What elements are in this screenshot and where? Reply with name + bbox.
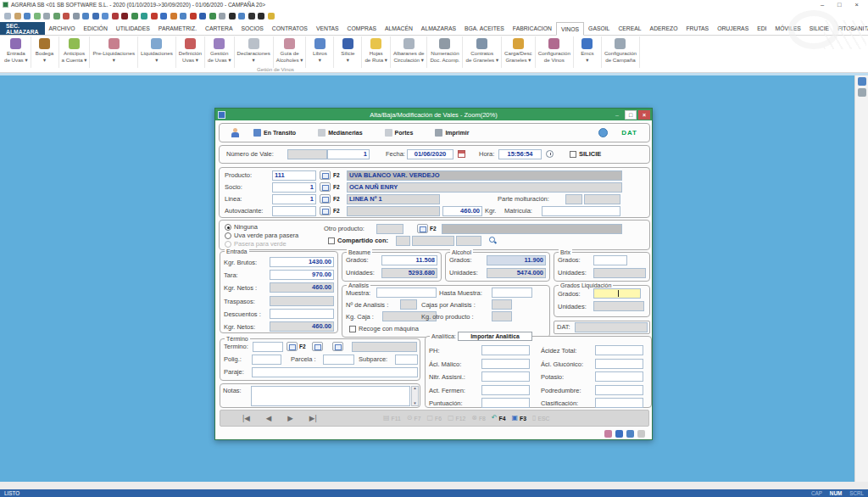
quick-icon[interactable] (112, 13, 119, 20)
quick-icon[interactable] (102, 13, 108, 20)
notas-textarea[interactable] (251, 386, 410, 406)
fecha-field[interactable]: 01/06/2020 (407, 149, 453, 159)
compartido-name-field[interactable] (412, 236, 454, 246)
compartido-extra-field[interactable] (456, 236, 481, 246)
quick-icon[interactable] (141, 13, 147, 20)
ribbon-item[interactable]: Bodega ▾ (31, 36, 59, 68)
fkey-button[interactable]: ▢ F12 (448, 415, 465, 422)
dialog-toolbar-button[interactable]: En Transito (253, 129, 296, 137)
menu-tab[interactable]: ARCHIVO (45, 22, 80, 35)
ribbon-item[interactable]: Carga/Desc Graneles ▾ (502, 36, 536, 68)
quick-icon[interactable] (43, 13, 50, 20)
numero-vale-field[interactable]: 1 (327, 149, 370, 159)
kg-otro-field[interactable] (492, 311, 512, 321)
termino-lookup-button-3[interactable] (332, 342, 343, 351)
termino-field[interactable] (253, 342, 283, 352)
dialog-title-bar[interactable]: Alta/Baja/Modificación de Vales - Zoom(2… (215, 109, 652, 120)
entrada-row-field[interactable] (270, 309, 334, 319)
ribbon-item[interactable]: Definición Uvas ▾ (176, 36, 205, 68)
otro-producto-lookup-button[interactable] (417, 224, 428, 233)
dialog-close-button[interactable]: × (638, 110, 650, 120)
fkey-button[interactable]: ▣ F3 (511, 415, 526, 422)
alcohol-unidades-field[interactable]: 5474.000 (487, 268, 546, 278)
termino-lookup-button[interactable] (287, 342, 298, 351)
menu-tab[interactable]: ALMACÉN (381, 22, 417, 35)
menu-tab[interactable]: PARAMETRIZ. (154, 22, 201, 35)
matricula-field[interactable] (542, 206, 620, 216)
quick-icon[interactable] (170, 13, 177, 20)
quick-icon[interactable] (238, 13, 245, 20)
menu-tab[interactable]: CEREAL (614, 22, 645, 35)
analitica-row-field[interactable] (481, 398, 530, 408)
entrada-row-field[interactable]: 1430.00 (270, 257, 334, 267)
termino-lookup-button-2[interactable] (312, 342, 323, 351)
ribbon-item[interactable]: Pre-Liquidaciones ▾ (90, 36, 138, 68)
quick-icon[interactable] (258, 13, 264, 20)
entrada-row-field[interactable]: 460.00 (270, 321, 334, 332)
dialog-maximize-button[interactable]: □ (625, 110, 637, 120)
record-nav-arrow[interactable]: |◀ (242, 410, 250, 426)
share-icon[interactable] (604, 430, 612, 438)
quick-icon[interactable] (4, 13, 11, 20)
entrada-row-field[interactable] (270, 296, 334, 306)
analitica-row-field[interactable] (481, 345, 530, 355)
maximize-button[interactable]: □ (837, 1, 842, 8)
ribbon-item[interactable]: Libros ▾ (306, 36, 334, 68)
record-nav-arrow[interactable]: ▶ (287, 410, 293, 426)
uva-verde-radio[interactable] (225, 232, 231, 239)
producto-lookup-button[interactable] (320, 170, 331, 180)
minimize-button[interactable]: – (821, 1, 824, 8)
socio-lookup-button[interactable] (320, 182, 331, 192)
quick-icon[interactable] (268, 13, 275, 20)
fkey-button[interactable]: ↶ F4 (492, 415, 506, 422)
cajas-analisis-field[interactable] (492, 299, 512, 310)
muestra-field[interactable] (376, 288, 437, 298)
compartido-checkbox[interactable] (328, 237, 335, 244)
hora-field[interactable]: 15:56:54 (498, 149, 542, 159)
recoge-checkbox[interactable] (349, 326, 356, 332)
quick-icon[interactable] (53, 13, 60, 20)
menu-tab[interactable]: UTILIDADES (112, 22, 154, 35)
ninguna-radio[interactable] (225, 224, 231, 231)
ribbon-item[interactable]: Numeración Doc. Acomp. (427, 36, 463, 68)
dialog-toolbar-button[interactable]: Medianerias (318, 129, 362, 137)
ribbon-item[interactable]: Configuración de Vinos (536, 36, 574, 68)
subparce-field[interactable] (395, 355, 418, 365)
quick-icon[interactable] (82, 13, 89, 20)
hasta-muestra-field[interactable] (492, 288, 532, 298)
analitica-row-field[interactable] (481, 371, 530, 382)
dialog-toolbar-button[interactable]: Portes (385, 129, 414, 137)
brix-grados-field[interactable] (593, 255, 627, 265)
socio-code-field[interactable]: 1 (272, 182, 316, 193)
quick-icon[interactable] (63, 13, 70, 20)
quick-icon[interactable] (151, 13, 158, 20)
menu-tab[interactable]: CARTERA (201, 22, 236, 35)
print-preview-icon[interactable] (598, 128, 608, 137)
ribbon-item[interactable]: Gestión de Uvas ▾ (205, 36, 235, 68)
ribbon-item[interactable]: Hojas de Ruta ▾ (362, 36, 391, 68)
menu-tab[interactable]: SOCIOS (236, 22, 267, 35)
record-nav-arrow[interactable]: ◀ (266, 410, 272, 426)
analitica-row-field[interactable] (595, 385, 643, 395)
search-icon[interactable] (489, 237, 497, 244)
menu-tab[interactable]: EDI (753, 22, 771, 35)
termino-name-field[interactable] (352, 342, 417, 352)
quick-icon[interactable] (180, 13, 186, 20)
producto-name-field[interactable]: UVA BLANCO VAR. VERDEJO (347, 170, 622, 181)
otro-producto-code-field[interactable] (376, 224, 403, 234)
ribbon-item[interactable]: Silicie ▾ (334, 36, 362, 68)
quick-icon[interactable] (121, 13, 128, 20)
parcela-field[interactable] (323, 355, 354, 365)
menu-tab[interactable]: COMPRAS (343, 22, 381, 35)
ribbon-item[interactable]: Configuración de Campaña (602, 36, 640, 68)
parte-molturacion-field-2[interactable] (584, 194, 620, 204)
quick-icon[interactable] (14, 13, 21, 20)
quick-icon[interactable] (209, 13, 216, 20)
analitica-row-field[interactable] (595, 371, 643, 382)
record-nav-arrow[interactable]: ▶| (309, 410, 317, 426)
autovaciante-lookup-button[interactable] (320, 206, 331, 215)
quick-icon[interactable] (73, 13, 80, 20)
scroll-down-icon[interactable]: ▼ (413, 402, 416, 406)
quick-icon[interactable] (92, 13, 99, 20)
grados-liq-unidades-field[interactable] (593, 301, 644, 311)
